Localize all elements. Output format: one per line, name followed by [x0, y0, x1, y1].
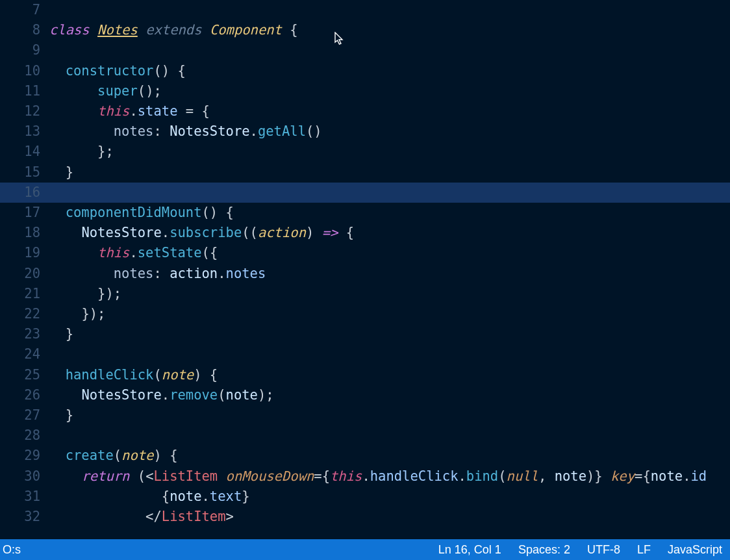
code-line[interactable]: 31 {note.text} — [0, 487, 730, 507]
line-number: 19 — [0, 243, 49, 263]
line-number: 29 — [0, 446, 49, 466]
line-number: 7 — [0, 0, 49, 20]
line-number: 30 — [0, 466, 49, 487]
line-number: 17 — [0, 203, 49, 223]
line-number: 24 — [0, 344, 49, 364]
code-content[interactable]: this.setState({ — [49, 243, 730, 263]
code-line[interactable]: 28 — [0, 426, 730, 446]
code-content[interactable]: } — [49, 162, 730, 183]
line-number: 31 — [0, 487, 49, 507]
code-line[interactable]: 30 return (<ListItem onMouseDown={this.h… — [0, 466, 730, 487]
code-line[interactable]: 15 } — [0, 162, 730, 183]
code-line[interactable]: 7 — [0, 0, 730, 20]
code-content[interactable]: notes: action.notes — [49, 264, 730, 284]
status-eol[interactable]: LF — [637, 543, 651, 557]
line-number: 9 — [0, 40, 49, 60]
code-line[interactable]: 12 this.state = { — [0, 101, 730, 121]
status-bar: O:s Ln 16, Col 1 Spaces: 2 UTF-8 LF Java… — [0, 539, 730, 560]
code-content[interactable]: super(); — [49, 81, 730, 101]
code-content[interactable]: handleClick(note) { — [49, 365, 730, 385]
code-content[interactable]: } — [49, 324, 730, 344]
code-content[interactable]: }); — [49, 304, 730, 324]
code-content[interactable]: NotesStore.subscribe((action) => { — [49, 223, 730, 243]
code-content[interactable]: class Notes extends Component { — [49, 20, 730, 40]
status-cursor-position[interactable]: Ln 16, Col 1 — [438, 543, 501, 557]
code-content[interactable]: constructor() { — [49, 61, 730, 81]
line-number: 20 — [0, 264, 49, 284]
code-line[interactable]: 24 — [0, 344, 730, 364]
code-line[interactable]: 32 </ListItem> — [0, 507, 730, 527]
code-line[interactable]: 10 constructor() { — [0, 61, 730, 81]
code-line[interactable]: 22 }); — [0, 304, 730, 324]
line-number: 22 — [0, 304, 49, 324]
line-number: 23 — [0, 324, 49, 344]
line-number: 11 — [0, 81, 49, 101]
code-line[interactable]: 23 } — [0, 324, 730, 344]
line-number: 14 — [0, 142, 49, 162]
code-content[interactable]: } — [49, 405, 730, 426]
status-left-indicator[interactable]: O:s — [3, 543, 21, 556]
line-number: 12 — [0, 101, 49, 121]
line-number: 28 — [0, 426, 49, 446]
code-line[interactable]: 18 NotesStore.subscribe((action) => { — [0, 223, 730, 243]
line-number: 27 — [0, 405, 49, 426]
line-number: 16 — [0, 183, 49, 203]
line-number: 15 — [0, 162, 49, 183]
line-number: 18 — [0, 223, 49, 243]
code-line-current[interactable]: 16 — [0, 183, 730, 203]
status-indent[interactable]: Spaces: 2 — [518, 543, 570, 557]
editor-area[interactable]: 7 8 class Notes extends Component { 9 10… — [0, 0, 730, 539]
code-line[interactable]: 8 class Notes extends Component { — [0, 20, 730, 40]
status-language[interactable]: JavaScript — [668, 543, 722, 557]
line-number: 10 — [0, 61, 49, 81]
code-content[interactable]: notes: NotesStore.getAll() — [49, 121, 730, 142]
code-content[interactable]: this.state = { — [49, 101, 730, 121]
code-line[interactable]: 14 }; — [0, 142, 730, 162]
line-number: 8 — [0, 20, 49, 40]
code-content[interactable]: NotesStore.remove(note); — [49, 385, 730, 405]
line-number: 25 — [0, 365, 49, 385]
code-line[interactable]: 20 notes: action.notes — [0, 264, 730, 284]
code-content[interactable]: }); — [49, 284, 730, 304]
code-line[interactable]: 11 super(); — [0, 81, 730, 101]
code-line[interactable]: 17 componentDidMount() { — [0, 203, 730, 223]
code-line[interactable]: 25 handleClick(note) { — [0, 365, 730, 385]
code-line[interactable]: 27 } — [0, 405, 730, 426]
line-number: 26 — [0, 385, 49, 405]
code-line[interactable]: 29 create(note) { — [0, 446, 730, 466]
code-line[interactable]: 19 this.setState({ — [0, 243, 730, 263]
line-number: 32 — [0, 507, 49, 527]
code-content[interactable]: {note.text} — [49, 487, 730, 507]
code-content[interactable]: }; — [49, 142, 730, 162]
code-line[interactable]: 9 — [0, 40, 730, 60]
code-content[interactable]: componentDidMount() { — [49, 203, 730, 223]
code-content[interactable]: </ListItem> — [49, 507, 730, 527]
code-line[interactable]: 13 notes: NotesStore.getAll() — [0, 121, 730, 142]
code-line[interactable]: 21 }); — [0, 284, 730, 304]
code-content[interactable]: return (<ListItem onMouseDown={this.hand… — [49, 466, 730, 487]
line-number: 21 — [0, 284, 49, 304]
code-content[interactable]: create(note) { — [49, 446, 730, 466]
code-line[interactable]: 26 NotesStore.remove(note); — [0, 385, 730, 405]
status-encoding[interactable]: UTF-8 — [587, 543, 620, 557]
line-number: 13 — [0, 121, 49, 142]
